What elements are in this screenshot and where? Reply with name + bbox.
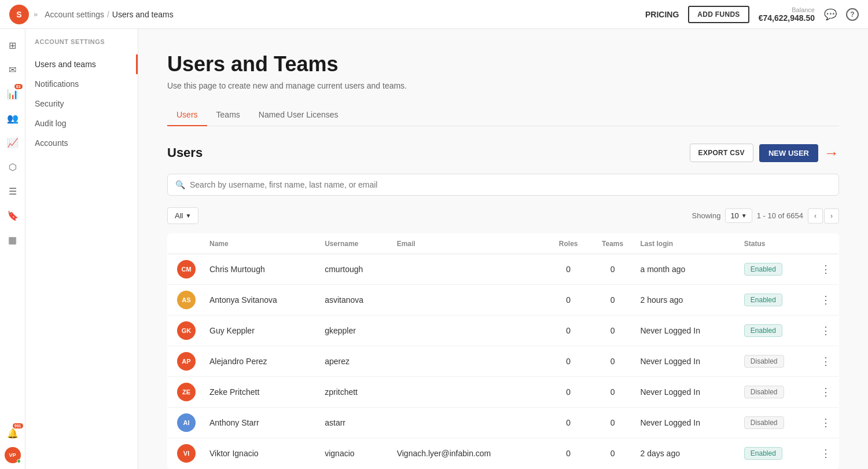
user-teams-cell: 0 xyxy=(590,316,636,346)
user-last-login-cell: Never Logged In xyxy=(635,377,739,408)
user-username-cell: asvitanova xyxy=(320,285,392,316)
main-content: Users and Teams Use this page to create … xyxy=(138,29,868,469)
user-teams-cell: 0 xyxy=(590,346,636,377)
user-name-cell: Zeke Pritchett xyxy=(205,377,320,408)
table-row: GK Guy Keppler gkeppler 0 0 Never Logged… xyxy=(168,316,839,346)
help-icon[interactable]: ? xyxy=(846,8,859,21)
user-email-cell xyxy=(392,316,547,346)
user-avatar-cell: VI xyxy=(168,438,205,469)
user-avatar-cell: ZE xyxy=(168,377,205,408)
table-row: CM Chris Murtough cmurtough 0 0 a month … xyxy=(168,254,839,285)
more-actions-button[interactable]: ⋮ xyxy=(818,445,834,461)
tab-named-user-licenses[interactable]: Named User Licenses xyxy=(249,104,348,126)
avatar: AP xyxy=(177,352,196,371)
user-avatar-cell: AP xyxy=(168,346,205,377)
reports-icon[interactable]: 📊 63 xyxy=(2,83,23,104)
col-header-actions xyxy=(813,234,839,254)
showing-label: Showing xyxy=(692,211,721,220)
user-email-cell xyxy=(392,285,547,316)
user-actions-cell: ⋮ xyxy=(813,316,839,346)
showing-count-select[interactable]: 10 ▼ xyxy=(725,208,752,223)
notification-icon[interactable]: 🔔 991 xyxy=(2,423,23,444)
list-icon[interactable]: ☰ xyxy=(2,181,23,201)
status-badge: Enabled xyxy=(744,263,782,276)
export-csv-button[interactable]: EXPORT CSV xyxy=(690,144,753,162)
user-status-cell: Enabled xyxy=(740,316,813,346)
tab-users[interactable]: Users xyxy=(167,104,207,126)
users-icon[interactable]: 👥 xyxy=(2,108,23,129)
group-icon[interactable]: ⬡ xyxy=(2,156,23,177)
filter-select[interactable]: All ▼ xyxy=(167,207,198,224)
user-last-login-cell: 2 hours ago xyxy=(635,285,739,316)
sidebar-item-notifications[interactable]: Notifications xyxy=(25,74,138,94)
icon-sidebar: ⊞ ✉ 📊 63 👥 📈 ⬡ ☰ 🔖 ▦ 🔔 991 VP xyxy=(0,29,25,469)
more-actions-button[interactable]: ⋮ xyxy=(818,323,834,339)
avatar: CM xyxy=(177,260,196,279)
mail-icon[interactable]: ✉ xyxy=(2,59,23,80)
tabs-container: Users Teams Named User Licenses xyxy=(167,104,839,126)
col-header-teams: Teams xyxy=(590,234,636,254)
new-user-arrow-indicator: → xyxy=(824,145,839,160)
search-icon: 🔍 xyxy=(175,180,185,189)
more-actions-button[interactable]: ⋮ xyxy=(818,415,834,431)
avatar: AS xyxy=(177,291,196,309)
user-name-cell: Chris Murtough xyxy=(205,254,320,285)
pricing-link[interactable]: PRICING xyxy=(645,10,679,19)
more-actions-button[interactable]: ⋮ xyxy=(818,261,834,277)
col-header-avatar xyxy=(168,234,205,254)
user-name-cell: Guy Keppler xyxy=(205,316,320,346)
user-email-cell: Vignach.lyer@infabin.com xyxy=(392,438,547,469)
user-avatar[interactable]: VP xyxy=(5,447,21,463)
chart-icon[interactable]: 📈 xyxy=(2,132,23,153)
col-header-username: Username xyxy=(320,234,392,254)
pagination-next-button[interactable]: › xyxy=(824,208,839,223)
user-roles-cell: 0 xyxy=(547,346,590,377)
user-last-login-cell: Never Logged In xyxy=(635,346,739,377)
user-roles-cell: 0 xyxy=(547,408,590,438)
search-input[interactable] xyxy=(167,174,839,196)
pagination-prev-button[interactable]: ‹ xyxy=(808,208,823,223)
user-name-cell: Antonya Svitanova xyxy=(205,285,320,316)
user-actions-cell: ⋮ xyxy=(813,438,839,469)
grid-icon[interactable]: ⊞ xyxy=(2,35,23,56)
user-teams-cell: 0 xyxy=(590,254,636,285)
user-username-cell: aperez xyxy=(320,346,392,377)
add-funds-button[interactable]: ADD FUNDS xyxy=(688,6,749,23)
user-email-cell xyxy=(392,346,547,377)
status-badge: Disabled xyxy=(744,416,784,429)
bookmark-icon[interactable]: 🔖 xyxy=(2,205,23,226)
sidebar-item-security[interactable]: Security xyxy=(25,94,138,113)
user-email-cell xyxy=(392,254,547,285)
sidebar-item-accounts[interactable]: Accounts xyxy=(25,133,138,153)
app-logo[interactable]: S xyxy=(9,5,29,24)
user-status-cell: Enabled xyxy=(740,285,813,316)
new-user-button[interactable]: NEW USER xyxy=(759,144,818,162)
user-actions-cell: ⋮ xyxy=(813,377,839,408)
user-username-cell: vignacio xyxy=(320,438,392,469)
settings-sidebar: ACCOUNT SETTINGS Users and teams Notific… xyxy=(25,29,138,469)
table-row: ZE Zeke Pritchett zpritchett 0 0 Never L… xyxy=(168,377,839,408)
col-header-last-login: Last login xyxy=(635,234,739,254)
breadcrumb-parent: Account settings xyxy=(45,10,104,19)
user-last-login-cell: 2 days ago xyxy=(635,438,739,469)
tab-teams[interactable]: Teams xyxy=(207,104,249,126)
user-teams-cell: 0 xyxy=(590,285,636,316)
more-actions-button[interactable]: ⋮ xyxy=(818,353,834,369)
expand-btn[interactable]: » xyxy=(34,10,38,19)
user-name-cell: Alejandro Perez xyxy=(205,346,320,377)
user-roles-cell: 0 xyxy=(547,254,590,285)
sidebar-item-users-and-teams[interactable]: Users and teams xyxy=(25,54,138,74)
users-table: Name Username Email Roles Teams Last log… xyxy=(167,233,839,469)
sidebar-item-audit-log[interactable]: Audit log xyxy=(25,113,138,133)
user-teams-cell: 0 xyxy=(590,438,636,469)
page-title: Users and Teams xyxy=(167,52,839,76)
layout-icon[interactable]: ▦ xyxy=(2,229,23,250)
user-email-cell xyxy=(392,377,547,408)
user-teams-cell: 0 xyxy=(590,377,636,408)
filter-row: All ▼ Showing 10 ▼ 1 - 10 of 6654 ‹ › xyxy=(167,207,839,224)
more-actions-button[interactable]: ⋮ xyxy=(818,384,834,400)
more-actions-button[interactable]: ⋮ xyxy=(818,292,834,308)
chat-icon[interactable]: 💬 xyxy=(824,8,837,21)
status-badge: Enabled xyxy=(744,294,782,306)
balance-value: €74,622,948.50 xyxy=(759,13,815,23)
